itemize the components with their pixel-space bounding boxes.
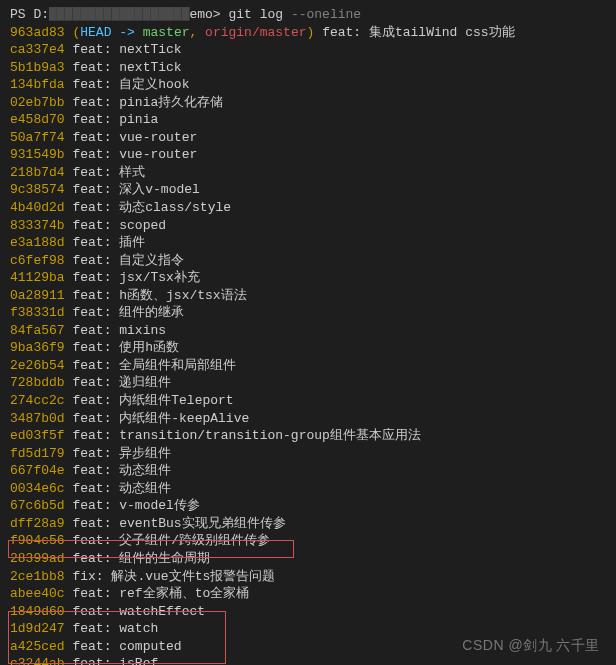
commit-message: feat: nextTick: [72, 60, 181, 75]
commit-hash: e458d70: [10, 112, 65, 127]
commit-line: 1d9d247 feat: watch: [10, 620, 606, 638]
commit-line: c3244ab feat: isRef: [10, 655, 606, 665]
commit-hash: e3a188d: [10, 235, 65, 250]
commit-message: feat: 异步组件: [72, 446, 171, 461]
commit-hash: 41129ba: [10, 270, 65, 285]
commit-line: 931549b feat: vue-router: [10, 146, 606, 164]
commit-hash: 833374b: [10, 218, 65, 233]
remote-branch: origin/master: [205, 25, 306, 40]
commit-hash: 2e26b54: [10, 358, 65, 373]
commit-line: 218b7d4 feat: 样式: [10, 164, 606, 182]
commit-message: feat: vue-router: [72, 130, 197, 145]
commit-message: feat: 深入v-model: [72, 182, 199, 197]
commit-hash: ca337e4: [10, 42, 65, 57]
commit-hash: 1d9d247: [10, 621, 65, 636]
commit-hash: 218b7d4: [10, 165, 65, 180]
commit-hash: f38331d: [10, 305, 65, 320]
commit-line: 02eb7bb feat: pinia持久化存储: [10, 94, 606, 112]
commit-line: 2ce1bb8 fix: 解决.vue文件ts报警告问题: [10, 568, 606, 586]
commit-message: feat: 自定义指令: [72, 253, 184, 268]
commit-line: e458d70 feat: pinia: [10, 111, 606, 129]
commit-message: feat: 插件: [72, 235, 145, 250]
commit-message: feat: 内纸组件-keepAlive: [72, 411, 249, 426]
commit-message: feat: pinia: [72, 112, 158, 127]
commit-line: 1849d60 feat: watchEffect: [10, 603, 606, 621]
commit-message: feat: 组件的继承: [72, 305, 184, 320]
commit-hash: 67c6b5d: [10, 498, 65, 513]
commit-message: feat: 父子组件/跨级别组件传参: [72, 533, 270, 548]
commit-line: 28399ad feat: 组件的生命周期: [10, 550, 606, 568]
commit-hash: 3487b0d: [10, 411, 65, 426]
prompt-path: ██████████████████: [49, 7, 189, 22]
command-text: git log: [228, 7, 290, 22]
commit-line: 0a28911 feat: h函数、jsx/tsx语法: [10, 287, 606, 305]
prompt-prefix: PS D:: [10, 7, 49, 22]
commit-hash: 0a28911: [10, 288, 65, 303]
ref-comma: ,: [189, 25, 205, 40]
commit-hash: 28399ad: [10, 551, 65, 566]
commit-line: 5b1b9a3 feat: nextTick: [10, 59, 606, 77]
commit-line: abee40c feat: ref全家桶、to全家桶: [10, 585, 606, 603]
commit-message: feat: 样式: [72, 165, 145, 180]
commit-message: feat: watch: [72, 621, 158, 636]
commit-hash: 931549b: [10, 147, 65, 162]
commit-message: feat: computed: [72, 639, 181, 654]
commit-message: feat: 动态组件: [72, 463, 171, 478]
commit-line: 4b40d2d feat: 动态class/style: [10, 199, 606, 217]
commit-line: c6fef98 feat: 自定义指令: [10, 252, 606, 270]
commit-line: 50a7f74 feat: vue-router: [10, 129, 606, 147]
commit-line: 9ba36f9 feat: 使用h函数: [10, 339, 606, 357]
command-flag: --oneline: [291, 7, 361, 22]
commit-hash: 4b40d2d: [10, 200, 65, 215]
commit-hash: c6fef98: [10, 253, 65, 268]
commit-message: feat: 使用h函数: [72, 340, 179, 355]
commit-message: feat: v-model传参: [72, 498, 199, 513]
head-label: HEAD: [80, 25, 111, 40]
commit-hash: 84fa567: [10, 323, 65, 338]
commit-hash: 9c38574: [10, 182, 65, 197]
commit-hash: 274cc2c: [10, 393, 65, 408]
commit-hash: 9ba36f9: [10, 340, 65, 355]
ref-arrow: ->: [111, 25, 142, 40]
commit-message: feat: 动态组件: [72, 481, 171, 496]
commit-message: feat: mixins: [72, 323, 166, 338]
commit-line: 667f04e feat: 动态组件: [10, 462, 606, 480]
commit-line: 274cc2c feat: 内纸组件Teleport: [10, 392, 606, 410]
commit-line: ca337e4 feat: nextTick: [10, 41, 606, 59]
commit-line: 41129ba feat: jsx/Tsx补充: [10, 269, 606, 287]
commit-message: feat: 递归组件: [72, 375, 171, 390]
commit-hash: 1849d60: [10, 604, 65, 619]
commit-hash: dff28a9: [10, 516, 65, 531]
commit-line: ed03f5f feat: transition/transition-grou…: [10, 427, 606, 445]
commit-hash: 02eb7bb: [10, 95, 65, 110]
commit-line: 67c6b5d feat: v-model传参: [10, 497, 606, 515]
prompt-line: PS D:██████████████████emo> git log --on…: [10, 6, 606, 24]
commit-line: fd5d179 feat: 异步组件: [10, 445, 606, 463]
commit-hash: 50a7f74: [10, 130, 65, 145]
commit-message: feat: 动态class/style: [72, 200, 231, 215]
commit-hash: 667f04e: [10, 463, 65, 478]
commit-message: feat: isRef: [72, 656, 158, 665]
commit-hash: 0034e6c: [10, 481, 65, 496]
commit-line: e3a188d feat: 插件: [10, 234, 606, 252]
commit-message: feat: h函数、jsx/tsx语法: [72, 288, 246, 303]
commit-hash: 963ad83: [10, 25, 65, 40]
commit-hash: 134bfda: [10, 77, 65, 92]
commit-message: feat: 组件的生命周期: [72, 551, 210, 566]
commit-line-head: 963ad83 (HEAD -> master, origin/master) …: [10, 24, 606, 42]
commit-message: feat: 全局组件和局部组件: [72, 358, 236, 373]
ref-paren-close: ): [307, 25, 315, 40]
commit-line: 3487b0d feat: 内纸组件-keepAlive: [10, 410, 606, 428]
commit-line: 84fa567 feat: mixins: [10, 322, 606, 340]
commit-message: feat: vue-router: [72, 147, 197, 162]
commit-hash: 5b1b9a3: [10, 60, 65, 75]
terminal-output: PS D:██████████████████emo> git log --on…: [10, 6, 606, 665]
commit-hash: fd5d179: [10, 446, 65, 461]
commit-line: 2e26b54 feat: 全局组件和局部组件: [10, 357, 606, 375]
commit-line: 728bddb feat: 递归组件: [10, 374, 606, 392]
commit-hash: f904c56: [10, 533, 65, 548]
commit-message: feat: nextTick: [72, 42, 181, 57]
commit-line: dff28a9 feat: eventBus实现兄弟组件传参: [10, 515, 606, 533]
watermark: CSDN @剑九 六千里: [462, 636, 600, 655]
commit-message: feat: 内纸组件Teleport: [72, 393, 233, 408]
